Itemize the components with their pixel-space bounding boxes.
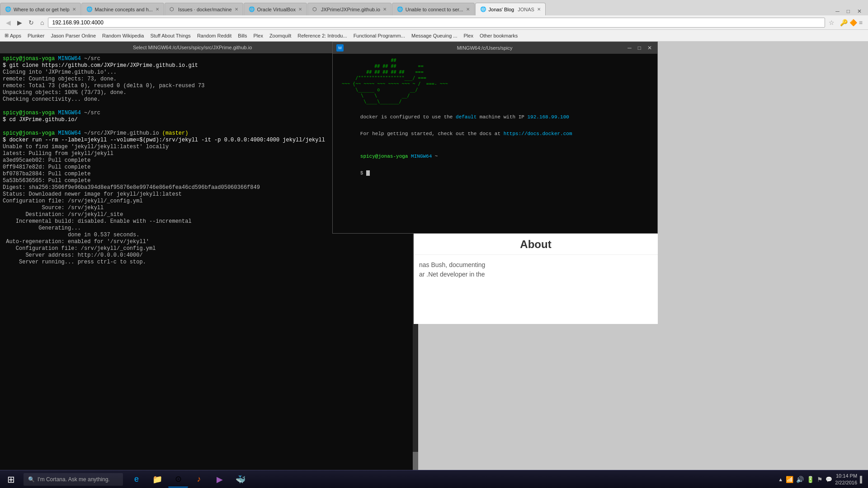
bookmark-reddit-label: Random Reddit [197, 33, 231, 38]
minimize-button[interactable]: ─ [832, 7, 843, 15]
docker-cursor-line: $ [336, 165, 654, 181]
bookmark-plunker[interactable]: Plunker [25, 32, 47, 39]
taskbar-app-music[interactable]: ♪ [189, 471, 209, 488]
tab-oracle-icon: 🌐 [249, 6, 255, 13]
tab-docker-close[interactable]: ✕ [235, 7, 238, 12]
docker-terminal-icon: M [336, 44, 344, 52]
tab-docker-icon: ⬡ [170, 6, 176, 13]
taskbar: ⊞ 🔍 I'm Cortana. Ask me anything. e 📁 ⊙ … [0, 470, 868, 488]
bookmark-ref2-label: Reference 2: Introdu... [297, 33, 347, 38]
apps-icon: ⊞ [5, 33, 9, 38]
bookmark-plex1[interactable]: Plex [250, 32, 265, 39]
tab-oracle[interactable]: 🌐 Oracle VirtualBox ✕ [244, 3, 307, 15]
bookmark-bills-label: Bills [238, 33, 247, 38]
blog-text-1: nas Bush, documenting [419, 261, 485, 268]
tab-jxprime[interactable]: ⬡ JXPrime/JXPrime.github.io ✕ [307, 3, 392, 15]
tab-chat-icon: 🌐 [5, 6, 11, 13]
flag-icon: ⚑ [817, 476, 823, 483]
folder-icon: 📁 [152, 474, 162, 484]
forward-button[interactable]: ▶ [15, 18, 24, 27]
taskbar-apps: e 📁 ⊙ ♪ ▶ 🐳 [123, 471, 778, 488]
tab-blog-icon: 🌐 [480, 6, 486, 13]
address-bar[interactable] [48, 18, 825, 28]
taskbar-app-docker[interactable]: 🐳 [231, 471, 250, 488]
right-close-button[interactable]: ✕ [646, 45, 654, 51]
blog-about-title: About [414, 234, 658, 255]
tab-chat-close[interactable]: ✕ [72, 7, 76, 12]
bookmark-mq-label: Message Queuing ... [411, 33, 458, 38]
tab-oracle-label: Oracle VirtualBox [257, 7, 296, 12]
tab-unable-label: Unable to connect to ser... [406, 7, 463, 12]
tab-docker[interactable]: ⬡ Issues · docker/machine ✕ [165, 3, 243, 15]
terminal-line-28: Auto-regeneration: enabled for '/srv/jek… [3, 239, 410, 245]
bookmark-reddit[interactable]: Random Reddit [194, 32, 234, 39]
taskbar-app-chrome[interactable]: ⊙ [168, 471, 188, 488]
right-restore-button[interactable]: □ [636, 45, 643, 51]
start-button[interactable]: ⊞ [0, 470, 22, 488]
refresh-button[interactable]: ↻ [26, 18, 36, 27]
notification-chevron[interactable]: ▲ [778, 477, 783, 482]
tab-blog-close[interactable]: ✕ [537, 7, 541, 12]
bookmark-mq[interactable]: Message Queuing ... [409, 32, 460, 39]
taskbar-time-display: 10:14 PM [835, 473, 857, 479]
taskbar-app-explorer[interactable]: e [127, 471, 146, 488]
right-terminal-body[interactable]: ## ## ## ## == ## ## ## ## ## === /"""""… [333, 54, 657, 233]
bookmark-stuff[interactable]: Stuff About Things [147, 32, 193, 39]
battery-icon: 🔋 [807, 476, 814, 483]
tab-jxprime-label: JXPrime/JXPrime.github.io [321, 7, 380, 12]
main-content: Select MINGW64:/c/Users/spicy/src/JXPrim… [0, 42, 868, 470]
bookmark-wikipedia[interactable]: Random Wikipedia [99, 32, 146, 39]
bookmark-bills[interactable]: Bills [235, 32, 250, 39]
window-controls: ─ □ ✕ [829, 7, 868, 15]
show-desktop[interactable]: ▌ [860, 476, 864, 483]
right-terminal[interactable]: M MINGW64:/c/Users/spicy ─ □ ✕ ## ## ## … [332, 42, 658, 234]
taskbar-datetime[interactable]: 10:14 PM 2/22/2016 [835, 473, 857, 486]
tab-unable-close[interactable]: ✕ [466, 7, 470, 12]
bookmark-functional[interactable]: Functional Programm... [351, 32, 408, 39]
bookmark-other-label: Other bookmarks [480, 33, 518, 38]
taskbar-app-visual-studio[interactable]: ▶ [210, 471, 230, 488]
terminal-line-30: Server address: http://0.0.0.0:4000/ [3, 252, 410, 258]
tab-jxprime-icon: ⬡ [312, 6, 319, 13]
ie-icon: e [134, 474, 139, 484]
bookmark-zoomquilt[interactable]: Zoomquilt [267, 32, 294, 39]
back-button[interactable]: ◀ [4, 18, 13, 27]
docker-ascii-art: ## ## ## ## == ## ## ## ## ## === /"""""… [336, 57, 654, 104]
maximize-button[interactable]: □ [843, 7, 854, 15]
bookmark-plex1-label: Plex [253, 33, 263, 38]
nav-bar: ◀ ▶ ↻ ⌂ ☆ 🔑 🔶 ≡ [0, 15, 868, 30]
taskbar-app-files[interactable]: 📁 [147, 471, 167, 488]
bookmark-wikipedia-label: Random Wikipedia [102, 33, 144, 38]
bookmark-star[interactable]: ☆ [829, 19, 835, 26]
close-button[interactable]: ✕ [854, 7, 865, 15]
tab-machine-icon: 🌐 [86, 6, 93, 13]
tab-bar: 🌐 Where to chat or get help ✕ 🌐 Machine … [0, 0, 868, 15]
left-scrollbar-thumb[interactable] [413, 452, 418, 470]
tab-chat[interactable]: 🌐 Where to chat or get help ✕ [0, 3, 81, 15]
tab-oracle-close[interactable]: ✕ [298, 7, 302, 12]
right-terminal-controls: ─ □ ✕ [626, 45, 654, 51]
bookmark-ref2[interactable]: Reference 2: Introdu... [295, 32, 349, 39]
volume-icon: 🔊 [796, 476, 804, 483]
home-button[interactable]: ⌂ [38, 18, 46, 27]
bookmark-apps[interactable]: ⊞ Apps [2, 32, 24, 39]
tab-machine[interactable]: 🌐 Machine concepts and h... ✕ [81, 3, 164, 15]
right-minimize-button[interactable]: ─ [626, 45, 633, 51]
terminal-line-31: Server running... press ctrl-c to stop. [3, 259, 410, 265]
tab-blog[interactable]: 🌐 Jonas' Blog JONAS ✕ [475, 3, 546, 15]
terminal-line-29: Configuration file: /srv/jekyll/_config.… [3, 245, 410, 252]
cortana-search[interactable]: 🔍 I'm Cortana. Ask me anything. [24, 473, 123, 486]
docker-prompt-line: spicy@jonas-yoga MINGW64 ~ [336, 148, 654, 164]
tab-jxprime-close[interactable]: ✕ [383, 7, 387, 12]
search-icon: 🔍 [28, 476, 35, 483]
tab-docker-label: Issues · docker/machine [178, 7, 232, 12]
bookmark-other[interactable]: Other bookmarks [477, 32, 520, 39]
bookmark-plunker-label: Plunker [28, 33, 44, 38]
bookmark-plex2[interactable]: Plex [461, 32, 476, 39]
taskbar-date-display: 2/22/2016 [835, 479, 857, 486]
bookmark-jason[interactable]: Jason Parser Online [48, 32, 99, 39]
bookmark-zoomquilt-label: Zoomquilt [269, 33, 291, 38]
tab-machine-close[interactable]: ✕ [156, 7, 159, 12]
tab-unable[interactable]: 🌐 Unable to connect to ser... ✕ [392, 3, 475, 15]
music-icon: ♪ [197, 474, 201, 484]
